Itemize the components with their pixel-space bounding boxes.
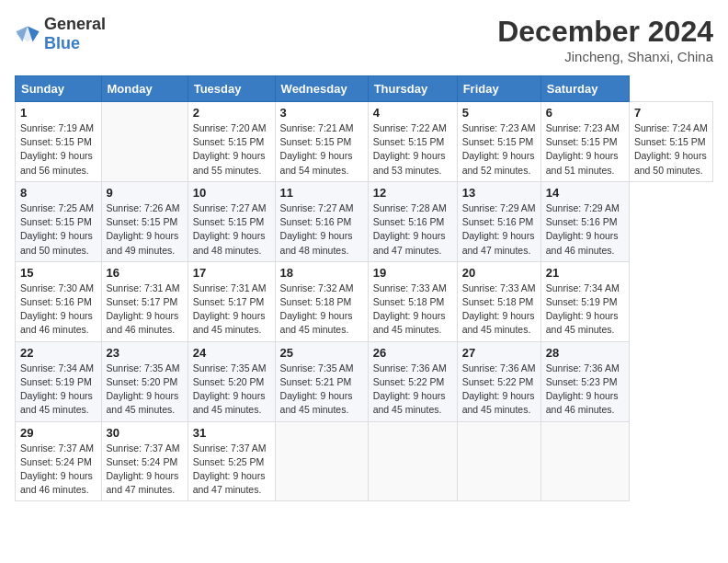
table-row: 6Sunrise: 7:23 AMSunset: 5:15 PMDaylight… bbox=[540, 102, 629, 182]
table-row: 10Sunrise: 7:27 AMSunset: 5:15 PMDayligh… bbox=[188, 181, 275, 261]
table-row: 28Sunrise: 7:36 AMSunset: 5:23 PMDayligh… bbox=[540, 341, 629, 421]
table-row: 19Sunrise: 7:33 AMSunset: 5:18 PMDayligh… bbox=[368, 261, 457, 341]
header-sunday: Sunday bbox=[16, 76, 102, 102]
day-info: Sunrise: 7:34 AMSunset: 5:19 PMDaylight:… bbox=[20, 362, 97, 418]
header-wednesday: Wednesday bbox=[275, 76, 368, 102]
day-number: 13 bbox=[462, 186, 536, 200]
day-number: 31 bbox=[193, 426, 270, 440]
table-row: 22Sunrise: 7:34 AMSunset: 5:19 PMDayligh… bbox=[16, 341, 102, 421]
calendar-table: Sunday Monday Tuesday Wednesday Thursday… bbox=[15, 75, 713, 501]
day-info: Sunrise: 7:36 AMSunset: 5:22 PMDaylight:… bbox=[462, 362, 536, 418]
day-number: 23 bbox=[107, 346, 183, 360]
table-row: 23Sunrise: 7:35 AMSunset: 5:20 PMDayligh… bbox=[101, 341, 188, 421]
day-number: 20 bbox=[462, 266, 536, 280]
day-number: 1 bbox=[20, 106, 97, 120]
day-number: 7 bbox=[634, 106, 708, 120]
day-number: 11 bbox=[280, 186, 363, 200]
table-row: 5Sunrise: 7:23 AMSunset: 5:15 PMDaylight… bbox=[457, 102, 540, 182]
day-info: Sunrise: 7:23 AMSunset: 5:15 PMDaylight:… bbox=[546, 121, 624, 178]
day-info: Sunrise: 7:33 AMSunset: 5:18 PMDaylight:… bbox=[462, 282, 536, 338]
table-row bbox=[275, 421, 368, 501]
day-info: Sunrise: 7:32 AMSunset: 5:18 PMDaylight:… bbox=[280, 282, 363, 338]
header-monday: Monday bbox=[101, 76, 188, 102]
day-info: Sunrise: 7:36 AMSunset: 5:22 PMDaylight:… bbox=[373, 362, 452, 418]
day-number: 14 bbox=[546, 186, 624, 200]
day-number: 8 bbox=[20, 186, 97, 200]
table-row: 8Sunrise: 7:25 AMSunset: 5:15 PMDaylight… bbox=[16, 181, 102, 261]
table-row bbox=[368, 421, 457, 501]
day-number: 2 bbox=[193, 106, 270, 120]
day-info: Sunrise: 7:31 AMSunset: 5:17 PMDaylight:… bbox=[107, 282, 183, 338]
day-info: Sunrise: 7:27 AMSunset: 5:16 PMDaylight:… bbox=[280, 201, 363, 258]
table-row: 1Sunrise: 7:19 AMSunset: 5:15 PMDaylight… bbox=[16, 102, 102, 182]
day-number: 26 bbox=[373, 346, 452, 360]
month-title: December 2024 bbox=[497, 15, 713, 49]
day-info: Sunrise: 7:33 AMSunset: 5:18 PMDaylight:… bbox=[373, 282, 452, 338]
day-info: Sunrise: 7:37 AMSunset: 5:24 PMDaylight:… bbox=[107, 442, 183, 498]
page-header: General Blue December 2024 Jincheng, Sha… bbox=[15, 15, 713, 64]
table-row: 26Sunrise: 7:36 AMSunset: 5:22 PMDayligh… bbox=[368, 341, 457, 421]
day-info: Sunrise: 7:28 AMSunset: 5:16 PMDaylight:… bbox=[373, 201, 452, 258]
table-row: 20Sunrise: 7:33 AMSunset: 5:18 PMDayligh… bbox=[457, 261, 540, 341]
day-info: Sunrise: 7:36 AMSunset: 5:23 PMDaylight:… bbox=[546, 362, 624, 418]
day-info: Sunrise: 7:23 AMSunset: 5:15 PMDaylight:… bbox=[462, 121, 536, 178]
day-number: 12 bbox=[373, 186, 452, 200]
day-info: Sunrise: 7:29 AMSunset: 5:16 PMDaylight:… bbox=[546, 201, 624, 258]
logo-general: General bbox=[44, 15, 106, 33]
day-info: Sunrise: 7:21 AMSunset: 5:15 PMDaylight:… bbox=[280, 121, 363, 178]
calendar-week-row: 22Sunrise: 7:34 AMSunset: 5:19 PMDayligh… bbox=[16, 341, 713, 421]
day-info: Sunrise: 7:29 AMSunset: 5:16 PMDaylight:… bbox=[462, 201, 536, 258]
table-row: 31Sunrise: 7:37 AMSunset: 5:25 PMDayligh… bbox=[188, 421, 275, 501]
table-row bbox=[457, 421, 540, 501]
day-info: Sunrise: 7:19 AMSunset: 5:15 PMDaylight:… bbox=[20, 121, 97, 178]
location: Jincheng, Shanxi, China bbox=[497, 49, 713, 64]
table-row: 11Sunrise: 7:27 AMSunset: 5:16 PMDayligh… bbox=[275, 181, 368, 261]
day-info: Sunrise: 7:24 AMSunset: 5:15 PMDaylight:… bbox=[634, 121, 708, 178]
day-info: Sunrise: 7:25 AMSunset: 5:15 PMDaylight:… bbox=[20, 201, 97, 258]
day-info: Sunrise: 7:35 AMSunset: 5:20 PMDaylight:… bbox=[193, 362, 270, 418]
table-row: 24Sunrise: 7:35 AMSunset: 5:20 PMDayligh… bbox=[188, 341, 275, 421]
table-row: 7Sunrise: 7:24 AMSunset: 5:15 PMDaylight… bbox=[629, 102, 712, 182]
day-info: Sunrise: 7:26 AMSunset: 5:15 PMDaylight:… bbox=[107, 201, 183, 258]
day-info: Sunrise: 7:30 AMSunset: 5:16 PMDaylight:… bbox=[20, 282, 97, 338]
table-row: 29Sunrise: 7:37 AMSunset: 5:24 PMDayligh… bbox=[16, 421, 102, 501]
day-info: Sunrise: 7:34 AMSunset: 5:19 PMDaylight:… bbox=[546, 282, 624, 338]
table-row: 3Sunrise: 7:21 AMSunset: 5:15 PMDaylight… bbox=[275, 102, 368, 182]
title-block: December 2024 Jincheng, Shanxi, China bbox=[497, 15, 713, 64]
table-row: 25Sunrise: 7:35 AMSunset: 5:21 PMDayligh… bbox=[275, 341, 368, 421]
table-row: 13Sunrise: 7:29 AMSunset: 5:16 PMDayligh… bbox=[457, 181, 540, 261]
table-row: 9Sunrise: 7:26 AMSunset: 5:15 PMDaylight… bbox=[101, 181, 188, 261]
day-info: Sunrise: 7:27 AMSunset: 5:15 PMDaylight:… bbox=[193, 201, 270, 258]
day-number: 3 bbox=[280, 106, 363, 120]
table-row: 4Sunrise: 7:22 AMSunset: 5:15 PMDaylight… bbox=[368, 102, 457, 182]
day-number: 27 bbox=[462, 346, 536, 360]
logo-blue: Blue bbox=[44, 34, 80, 52]
table-row: 17Sunrise: 7:31 AMSunset: 5:17 PMDayligh… bbox=[188, 261, 275, 341]
calendar-week-row: 1Sunrise: 7:19 AMSunset: 5:15 PMDaylight… bbox=[16, 102, 713, 182]
calendar-week-row: 29Sunrise: 7:37 AMSunset: 5:24 PMDayligh… bbox=[16, 421, 713, 501]
logo: General Blue bbox=[15, 15, 106, 53]
calendar-week-row: 8Sunrise: 7:25 AMSunset: 5:15 PMDaylight… bbox=[16, 181, 713, 261]
day-number: 29 bbox=[20, 426, 97, 440]
table-row: 14Sunrise: 7:29 AMSunset: 5:16 PMDayligh… bbox=[540, 181, 629, 261]
table-row: 30Sunrise: 7:37 AMSunset: 5:24 PMDayligh… bbox=[101, 421, 188, 501]
day-number: 21 bbox=[546, 266, 624, 280]
header-thursday: Thursday bbox=[368, 76, 457, 102]
table-row: 27Sunrise: 7:36 AMSunset: 5:22 PMDayligh… bbox=[457, 341, 540, 421]
day-number: 15 bbox=[20, 266, 97, 280]
table-row: 2Sunrise: 7:20 AMSunset: 5:15 PMDaylight… bbox=[188, 102, 275, 182]
day-number: 10 bbox=[193, 186, 270, 200]
day-number: 4 bbox=[373, 106, 452, 120]
day-number: 16 bbox=[107, 266, 183, 280]
header-tuesday: Tuesday bbox=[188, 76, 275, 102]
day-number: 6 bbox=[546, 106, 624, 120]
table-row: 12Sunrise: 7:28 AMSunset: 5:16 PMDayligh… bbox=[368, 181, 457, 261]
day-info: Sunrise: 7:35 AMSunset: 5:21 PMDaylight:… bbox=[280, 362, 363, 418]
day-info: Sunrise: 7:37 AMSunset: 5:24 PMDaylight:… bbox=[20, 442, 97, 498]
header-friday: Friday bbox=[457, 76, 540, 102]
day-number: 30 bbox=[107, 426, 183, 440]
calendar-week-row: 15Sunrise: 7:30 AMSunset: 5:16 PMDayligh… bbox=[16, 261, 713, 341]
logo-text: General Blue bbox=[44, 15, 106, 53]
day-number: 22 bbox=[20, 346, 97, 360]
logo-icon bbox=[15, 25, 40, 43]
